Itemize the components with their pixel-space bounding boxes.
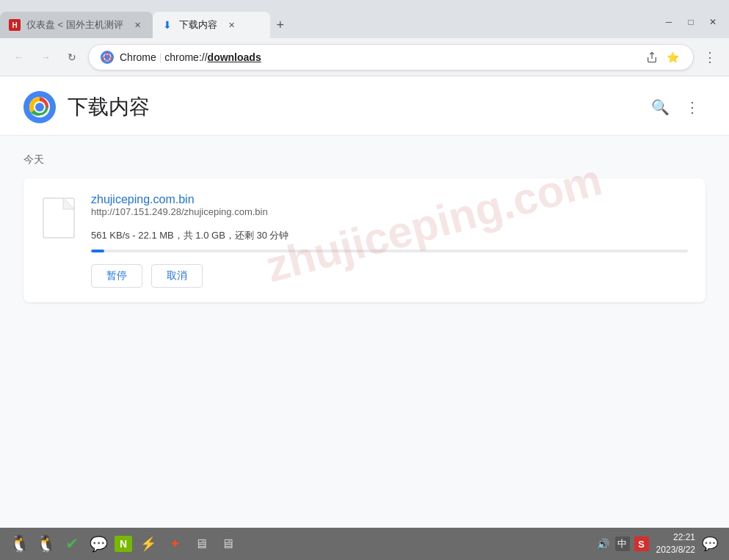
refresh-button[interactable]: ↻ bbox=[62, 47, 82, 68]
taskbar-icon-penguin2[interactable]: 🐧 bbox=[35, 534, 56, 554]
tray-input-method[interactable]: 中 bbox=[615, 537, 630, 551]
search-button[interactable]: 🔍 bbox=[647, 94, 673, 120]
url-prefix: chrome:// bbox=[164, 51, 207, 63]
date-section-label: 今天 bbox=[23, 153, 706, 167]
progress-text: 561 KB/s - 22.1 MB，共 1.0 GB，还剩 30 分钟 bbox=[91, 229, 688, 242]
notification-button[interactable]: 💬 bbox=[700, 534, 720, 554]
taskbar-icon-bluetooth[interactable]: ⚡ bbox=[138, 534, 159, 554]
bookmark-button[interactable]: ⭐ bbox=[664, 48, 681, 66]
more-options-button[interactable]: ⋮ bbox=[679, 94, 706, 120]
taskbar-icon-check[interactable]: ✔ bbox=[62, 534, 82, 554]
main-content: 下载内容 🔍 ⋮ zhujiceping.com 今天 bbox=[0, 76, 729, 528]
maximize-button[interactable]: □ bbox=[681, 12, 701, 32]
tab-favicon-dashboard: H bbox=[9, 19, 21, 31]
taskbar-icon-screen2[interactable]: 🖥 bbox=[217, 534, 238, 554]
date-display: 2023/8/22 bbox=[656, 544, 695, 556]
tab-dashboard[interactable]: H 仪表盘 < 国外主机测评 ✕ bbox=[0, 12, 153, 38]
taskbar-icon-penguin1[interactable]: 🐧 bbox=[9, 534, 29, 554]
address-actions: ⭐ bbox=[643, 48, 681, 66]
file-name-link[interactable]: zhujiceping.com.bin bbox=[91, 193, 195, 206]
svg-point-7 bbox=[35, 103, 44, 112]
tab-favicon-downloads: ⬇ bbox=[162, 19, 173, 31]
chrome-logo bbox=[23, 91, 56, 123]
progress-bar-container bbox=[91, 250, 688, 252]
header-actions: 🔍 ⋮ bbox=[647, 94, 706, 120]
tab-title-downloads: 下载内容 bbox=[179, 18, 217, 32]
tray-wps[interactable]: S bbox=[634, 537, 649, 551]
taskbar: 🐧 🐧 ✔ 💬 N ⚡ ✦ 🖥 🖥 🔊 中 S 22:21 2023/8/22 … bbox=[0, 528, 729, 560]
download-actions: 暂停 取消 bbox=[91, 264, 688, 288]
back-button[interactable]: ← bbox=[9, 47, 29, 68]
chrome-brand: Chrome bbox=[120, 51, 156, 63]
download-info: zhujiceping.com.bin http://107.151.249.2… bbox=[91, 193, 688, 288]
address-text: Chrome | chrome://downloads bbox=[120, 51, 637, 63]
progress-bar-fill bbox=[91, 250, 104, 252]
taskbar-icon-nvidia[interactable]: N bbox=[115, 536, 132, 552]
url-bold-part: downloads bbox=[208, 51, 261, 63]
taskbar-datetime[interactable]: 22:21 2023/8/22 bbox=[656, 531, 695, 556]
cancel-button[interactable]: 取消 bbox=[151, 264, 203, 288]
downloads-page-title: 下载内容 bbox=[68, 93, 150, 121]
tab-close-downloads[interactable]: ✕ bbox=[226, 19, 238, 31]
minimize-button[interactable]: ─ bbox=[659, 12, 679, 32]
downloads-body: zhujiceping.com 今天 zhujiceping.com.bin h… bbox=[0, 136, 729, 320]
titlebar: H 仪表盘 < 国外主机测评 ✕ ⬇ 下载内容 ✕ + ─ □ ✕ bbox=[0, 0, 729, 38]
downloads-title-area: 下载内容 bbox=[23, 91, 150, 123]
tab-downloads[interactable]: ⬇ 下载内容 ✕ bbox=[153, 12, 270, 38]
new-tab-button[interactable]: + bbox=[270, 15, 291, 35]
tab-title-dashboard: 仪表盘 < 国外主机测评 bbox=[26, 18, 123, 32]
share-button[interactable] bbox=[643, 48, 661, 66]
taskbar-icon-screen1[interactable]: 🖥 bbox=[191, 534, 211, 554]
taskbar-systray: 🔊 中 S 22:21 2023/8/22 💬 bbox=[596, 531, 720, 556]
address-bar[interactable]: Chrome | chrome://downloads ⭐ bbox=[88, 44, 694, 70]
window-controls: ─ □ ✕ bbox=[659, 12, 729, 38]
chrome-icon bbox=[101, 51, 114, 64]
tray-volume[interactable]: 🔊 bbox=[596, 537, 611, 551]
tab-close-dashboard[interactable]: ✕ bbox=[132, 19, 144, 31]
pause-button[interactable]: 暂停 bbox=[91, 264, 142, 288]
time-display: 22:21 bbox=[656, 531, 695, 544]
close-button[interactable]: ✕ bbox=[703, 12, 723, 32]
downloads-header: 下载内容 🔍 ⋮ bbox=[0, 76, 729, 136]
addressbar: ← → ↻ Chrome | chrome://downloads bbox=[0, 38, 729, 76]
taskbar-icon-wechat[interactable]: 💬 bbox=[88, 534, 109, 554]
file-icon bbox=[41, 196, 76, 240]
download-card: zhujiceping.com.bin http://107.151.249.2… bbox=[23, 178, 706, 302]
file-url: http://107.151.249.28/zhujiceping.com.bi… bbox=[91, 206, 688, 217]
browser-window: H 仪表盘 < 国外主机测评 ✕ ⬇ 下载内容 ✕ + ─ □ ✕ ← → ↻ bbox=[0, 0, 729, 560]
forward-button[interactable]: → bbox=[35, 47, 56, 68]
taskbar-icon-figma[interactable]: ✦ bbox=[164, 534, 185, 554]
browser-menu-button[interactable]: ⋮ bbox=[700, 47, 720, 68]
